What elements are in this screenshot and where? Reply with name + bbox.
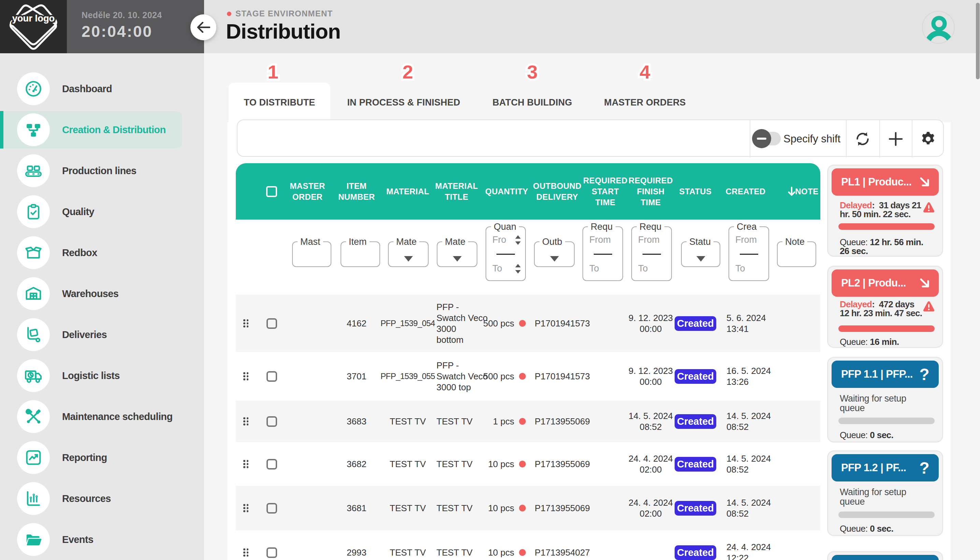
svg-text:3: 3: [527, 61, 537, 83]
svg-text:2: 2: [402, 61, 413, 83]
svg-text:your logo: your logo: [12, 13, 55, 23]
svg-text:4: 4: [639, 61, 650, 83]
svg-text:1: 1: [267, 61, 278, 83]
